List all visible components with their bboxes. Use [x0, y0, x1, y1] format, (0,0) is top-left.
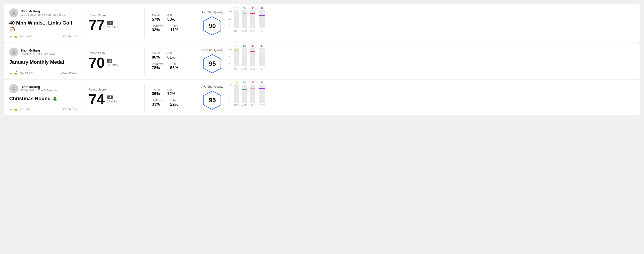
- fw-hit-value-2: 36%: [152, 91, 160, 96]
- round-title-2: Christmas Round 🎄: [9, 96, 76, 102]
- fw-hit-value-0: 57%: [152, 17, 160, 22]
- updown-value-0: 33%: [152, 28, 163, 32]
- oneputt-label-0: 1 Putt: [170, 24, 178, 28]
- bar-value: 101: [234, 45, 238, 47]
- card-quality-2: Avg Shot Quality 95 100 50: [194, 84, 635, 111]
- quality-left-0: Avg Shot Quality 90: [202, 10, 223, 36]
- card-stats-0: FW Hit 57% GIR 83% Up/Down 33% 1 Putt: [144, 8, 194, 38]
- data-source-1: Data: Arccos: [60, 71, 76, 74]
- bar-background: [242, 10, 247, 28]
- bar-axis-label: ARG: [250, 68, 255, 70]
- bar-axis-label: PUTT: [259, 104, 265, 107]
- oneputt-stat-1: 1 Putt 56%: [170, 62, 178, 70]
- weather-icon-0: ☁: [9, 34, 12, 38]
- oneputt-value-2: 22%: [170, 102, 178, 107]
- updown-stat-2: Up/Down 33%: [152, 99, 163, 107]
- gir-stat-1: GIR 61%: [167, 52, 176, 60]
- gir-stat-2: GIR 72%: [167, 88, 176, 96]
- stats-row-top-1: FW Hit 86% GIR 61%: [152, 52, 187, 60]
- player-meta-1: 29 Jan 2022 · Mill Ride GCC: [20, 52, 55, 56]
- bar-visual: [250, 85, 255, 103]
- bar-line: [234, 12, 239, 12]
- bar-value: 98: [252, 7, 254, 9]
- quality-section-label-1: Avg Shot Quality: [202, 48, 223, 52]
- score-section-label-2: Round Score: [89, 88, 137, 91]
- bar-group-arg: 96 ARG: [250, 45, 255, 70]
- bar-background: [234, 10, 239, 28]
- updown-label-0: Up/Down: [152, 24, 163, 28]
- bar-line: [234, 50, 239, 51]
- bar-background: [259, 10, 265, 28]
- score-big-2: 74: [89, 92, 105, 107]
- round-title-1: January Monthly Medal: [9, 59, 76, 65]
- score-modifier-0: +5: [107, 21, 113, 25]
- bar-axis-label: OTT: [234, 104, 239, 107]
- bar-axis-label: PUTT: [259, 68, 265, 70]
- holes-label-0: 18 Holes: [107, 26, 118, 29]
- stats-row-top-2: FW Hit 36% GIR 72%: [152, 88, 187, 96]
- player-info-1: Blair McHarg 29 Jan 2022 · Mill Ride GCC: [9, 47, 76, 57]
- bar-visual: [234, 48, 239, 66]
- bar-value: 82: [260, 7, 263, 9]
- svg-point-0: [13, 11, 15, 13]
- data-source-2: Data: Arccos: [60, 108, 76, 111]
- quality-section-label-0: Avg Shot Quality: [202, 10, 223, 14]
- score-section-label-0: Round Score: [89, 13, 137, 17]
- bar-axis-label: ARG: [250, 30, 255, 32]
- card-score-1: Round Score 70 -2 18 Holes: [82, 47, 144, 75]
- bag-icon-0: ⛳: [14, 34, 18, 38]
- bar-line: [259, 15, 265, 16]
- score-section-label-1: Round Score: [89, 51, 137, 55]
- y-label-50: 50: [229, 55, 232, 58]
- bar-group-putt: 82 PUTT: [259, 7, 265, 32]
- fw-hit-value-1: 86%: [152, 55, 160, 60]
- bar-group-app: 95 APP: [242, 7, 247, 32]
- chart-y-labels-0: 100 50 0: [229, 10, 234, 28]
- tee-label-0: Tee: Black: [19, 35, 31, 38]
- y-label-50: 50: [229, 17, 232, 20]
- player-meta-2: 27 Dec 2021 · The Oxfordshire: [20, 89, 58, 92]
- gir-stat-0: GIR 83%: [167, 14, 176, 22]
- data-source-0: Data: Arccos: [60, 35, 76, 38]
- avatar-1: [9, 47, 18, 57]
- svg-point-2: [13, 50, 15, 52]
- score-badge-1: -2 18 Holes: [107, 59, 118, 67]
- chart-with-labels-1: 100 50 0 101 OTT 86 APP: [229, 47, 265, 75]
- gir-value-0: 83%: [167, 17, 176, 22]
- bar-visual: [259, 85, 265, 103]
- player-name-0: Blair McHarg: [20, 9, 66, 13]
- quality-section-label-2: Avg Shot Quality: [202, 85, 223, 88]
- bar-line: [259, 88, 265, 89]
- score-badge-0: +5 18 Holes: [107, 21, 118, 29]
- updown-label-1: Up/Down: [152, 62, 163, 66]
- card-score-0: Round Score 77 +5 18 Holes: [82, 8, 144, 38]
- bar-line: [234, 86, 239, 86]
- bar-value: 107: [234, 7, 238, 9]
- bars-container-2: 110 OTT 87 APP 95 ARG 93: [234, 84, 265, 111]
- avatar-0: [9, 8, 18, 17]
- y-label-0: 0: [229, 25, 232, 28]
- card-left-0: Blair McHarg 12 Feb 2022 · Royal North D…: [9, 8, 82, 38]
- oneputt-value-0: 11%: [170, 28, 178, 32]
- gir-label-0: GIR: [167, 14, 176, 17]
- bar-group-ott: 107 OTT: [234, 7, 239, 32]
- chart-with-labels-0: 100 50 0 107 OTT 95 APP: [229, 10, 265, 37]
- score-row-1: 70 -2 18 Holes: [89, 56, 137, 70]
- hex-wrapper-1: 95: [202, 54, 222, 74]
- fw-hit-stat-0: FW Hit 57%: [152, 14, 160, 22]
- player-text-1: Blair McHarg 29 Jan 2022 · Mill Ride GCC: [20, 49, 55, 56]
- gir-label-1: GIR: [167, 52, 176, 55]
- avatar-2: [9, 84, 18, 93]
- bar-axis-label: PUTT: [259, 30, 265, 32]
- tee-info-1: ☁ ⛳ Tee: Yellow: [9, 71, 32, 75]
- updown-value-1: 78%: [152, 66, 163, 70]
- card-footer-2: ☁ ⛳ Tee: Blue Data: Arccos: [9, 107, 76, 111]
- bar-background: [242, 85, 247, 103]
- bar-visual: [250, 48, 255, 66]
- bar-group-ott: 110 OTT: [234, 81, 239, 107]
- card-left-2: Blair McHarg 27 Dec 2021 · The Oxfordshi…: [9, 84, 82, 111]
- stats-row-bot-0: Up/Down 33% 1 Putt 11%: [152, 24, 187, 32]
- bar-value: 99: [260, 45, 263, 47]
- bar-value: 93: [260, 81, 263, 84]
- bar-group-app: 86 APP: [242, 45, 247, 70]
